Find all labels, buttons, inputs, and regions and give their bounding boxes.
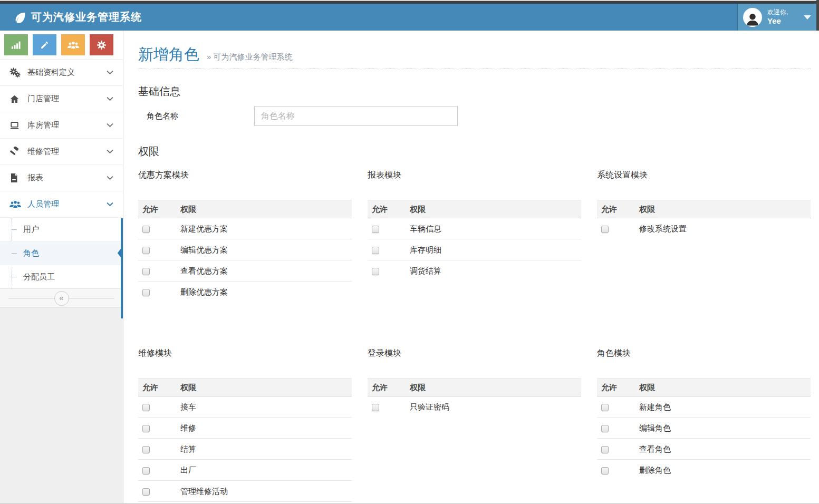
gear-shortcut-button[interactable] xyxy=(90,34,113,55)
permission-row: 新建角色 xyxy=(597,396,811,418)
permission-row: 库存明细 xyxy=(368,239,581,260)
sidebar-item-repair[interactable]: 维修管理 xyxy=(0,138,123,164)
permission-label: 查看角色 xyxy=(635,439,811,460)
permission-label: 新建优惠方案 xyxy=(176,218,352,239)
module-title: 角色模块 xyxy=(597,347,811,359)
permission-row: 编辑优惠方案 xyxy=(138,239,352,260)
allow-checkbox[interactable] xyxy=(372,268,379,275)
sidebar-item-label: 维修管理 xyxy=(27,147,59,157)
monitor-icon xyxy=(9,121,22,130)
permission-label: 删除角色 xyxy=(635,460,811,481)
brand: 可为汽修业务管理系统 xyxy=(14,10,142,24)
permission-row: 修改系统设置 xyxy=(597,218,811,239)
allow-checkbox[interactable] xyxy=(142,289,150,296)
permission-label: 库存明细 xyxy=(406,239,581,260)
allow-checkbox[interactable] xyxy=(601,404,609,411)
allow-checkbox[interactable] xyxy=(142,268,150,275)
user-menu[interactable]: 欢迎你, Yee xyxy=(737,4,816,31)
allow-checkbox[interactable] xyxy=(601,467,609,474)
allow-checkbox[interactable] xyxy=(372,404,379,411)
allow-checkbox[interactable] xyxy=(372,226,379,233)
module-title: 登录模块 xyxy=(368,347,581,359)
gears-icon xyxy=(9,67,22,77)
permission-column-header: 权限 xyxy=(635,379,811,396)
permission-label: 查看优惠方案 xyxy=(176,260,352,282)
permission-row: 新建优惠方案 xyxy=(138,218,352,239)
collapse-sidebar-button[interactable]: « xyxy=(54,291,69,306)
allow-checkbox[interactable] xyxy=(601,226,609,233)
permission-label: 维修 xyxy=(176,418,352,439)
permission-table: 允许权限新建角色编辑角色查看角色删除角色 xyxy=(597,378,811,480)
permission-label: 接车 xyxy=(176,396,352,418)
gear-icon xyxy=(97,40,107,50)
permission-row: 接车 xyxy=(138,396,352,418)
module-title: 报表模块 xyxy=(368,169,581,181)
active-section-bar xyxy=(121,218,123,318)
chevron-down-icon xyxy=(107,123,113,128)
role-name-input[interactable] xyxy=(254,106,458,126)
permission-module: 维修模块允许权限接车维修结算出厂管理维修活动回访 xyxy=(138,347,352,504)
basic-info-heading: 基础信息 xyxy=(138,84,811,99)
permission-row: 管理维修活动 xyxy=(138,481,352,502)
permission-column-header: 权限 xyxy=(406,379,581,396)
leaf-icon xyxy=(14,11,26,24)
allow-checkbox[interactable] xyxy=(372,247,379,254)
permission-label: 出厂 xyxy=(176,460,352,481)
submenu-item-label: 用户 xyxy=(23,225,39,235)
permission-label: 编辑角色 xyxy=(635,418,811,439)
allow-checkbox[interactable] xyxy=(142,488,150,496)
allow-checkbox[interactable] xyxy=(142,226,150,233)
permission-module: 登录模块允许权限只验证密码 xyxy=(368,347,581,417)
breadcrumb: » 可为汽修业务管理系统 xyxy=(207,52,293,62)
submenu-item-roles[interactable]: 角色 xyxy=(0,241,123,265)
allow-checkbox[interactable] xyxy=(142,467,150,474)
permission-column-header: 权限 xyxy=(635,200,811,218)
collapse-icon: « xyxy=(59,293,63,302)
allow-checkbox[interactable] xyxy=(142,425,150,432)
sidebar-item-reports[interactable]: 报表 xyxy=(0,164,123,191)
sidebar-item-label: 门店管理 xyxy=(27,94,59,104)
permission-row: 查看角色 xyxy=(597,439,811,460)
permission-row: 删除优惠方案 xyxy=(138,282,352,303)
sidebar-item-label: 人员管理 xyxy=(27,199,59,209)
sidebar: 基础资料定义 门店管理 库房管理 维修管理 xyxy=(0,31,123,504)
permission-column-header: 权限 xyxy=(176,200,352,218)
module-title: 系统设置模块 xyxy=(597,169,811,181)
sidebar-item-store[interactable]: 门店管理 xyxy=(0,85,123,112)
submenu-item-assign-staff[interactable]: 分配员工 xyxy=(0,265,123,288)
allow-checkbox[interactable] xyxy=(601,425,609,432)
bar-chart-shortcut-button[interactable] xyxy=(4,34,28,55)
sidebar-item-warehouse[interactable]: 库房管理 xyxy=(0,112,123,138)
users-shortcut-button[interactable] xyxy=(61,34,85,55)
allow-checkbox[interactable] xyxy=(142,247,150,254)
permission-row: 调货结算 xyxy=(368,260,581,282)
submenu-item-users[interactable]: 用户 xyxy=(0,217,123,241)
sidebar-item-basic-data[interactable]: 基础资料定义 xyxy=(0,59,123,85)
personnel-submenu: 用户 角色 分配员工 xyxy=(0,217,123,288)
allow-checkbox[interactable] xyxy=(142,446,150,453)
permission-modules-grid: 优惠方案模块允许权限新建优惠方案编辑优惠方案查看优惠方案删除优惠方案报表模块允许… xyxy=(138,169,811,504)
sidebar-menu: 基础资料定义 门店管理 库房管理 维修管理 xyxy=(0,59,123,288)
permission-row: 查看优惠方案 xyxy=(138,260,352,282)
window-right-edge xyxy=(816,0,819,31)
bar-chart-icon xyxy=(11,41,21,50)
allow-checkbox[interactable] xyxy=(601,446,609,453)
chevron-down-icon xyxy=(107,202,113,207)
main-content: 新增角色 » 可为汽修业务管理系统 基础信息 角色名称 权限 优惠方案模块允许权… xyxy=(123,31,819,504)
role-name-label: 角色名称 xyxy=(138,111,254,121)
permission-row: 车辆信息 xyxy=(368,218,581,239)
allow-column-header: 允许 xyxy=(138,200,176,218)
allow-checkbox[interactable] xyxy=(142,404,150,411)
file-icon xyxy=(9,173,22,183)
app-title: 可为汽修业务管理系统 xyxy=(31,10,142,24)
permission-label: 新建角色 xyxy=(635,396,811,418)
module-title: 优惠方案模块 xyxy=(138,169,352,181)
permission-row: 结算 xyxy=(138,439,352,460)
permission-row: 出厂 xyxy=(138,460,352,481)
pencil-shortcut-button[interactable] xyxy=(33,34,56,55)
sidebar-item-label: 报表 xyxy=(27,173,43,183)
sidebar-item-personnel[interactable]: 人员管理 xyxy=(0,191,123,217)
permission-module: 角色模块允许权限新建角色编辑角色查看角色删除角色 xyxy=(597,347,811,480)
permission-label: 只验证密码 xyxy=(406,396,581,418)
permission-table: 允许权限修改系统设置 xyxy=(597,200,811,239)
